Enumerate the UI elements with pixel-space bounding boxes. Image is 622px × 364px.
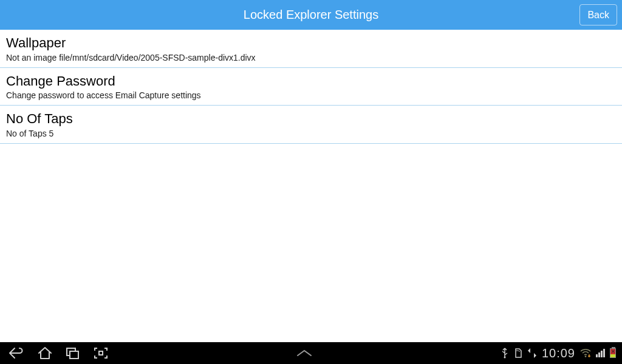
- nav-left-group: [0, 347, 108, 359]
- clock-text: 10:09: [542, 346, 575, 360]
- nav-right-group: 10:09 ✕: [501, 346, 622, 360]
- home-icon[interactable]: [38, 347, 52, 359]
- settings-item-subtitle: Change password to access Email Capture …: [6, 90, 616, 100]
- settings-item-change-password[interactable]: Change Password Change password to acces…: [0, 68, 622, 106]
- svg-point-3: [504, 357, 505, 359]
- settings-item-title: Wallpaper: [6, 35, 616, 52]
- app-header: Locked Explorer Settings Back: [0, 0, 622, 30]
- settings-item-subtitle: No of Taps 5: [6, 129, 616, 138]
- settings-item-subtitle: Not an image file/mnt/sdcard/Video/2005-…: [6, 53, 616, 62]
- settings-item-no-of-taps[interactable]: No Of Taps No of Taps 5: [0, 106, 622, 144]
- page-title: Locked Explorer Settings: [244, 8, 378, 22]
- sync-icon: [527, 348, 537, 359]
- back-icon[interactable]: [9, 347, 24, 359]
- svg-rect-2: [99, 351, 103, 355]
- screenshot-icon[interactable]: [94, 347, 108, 359]
- settings-list: Wallpaper Not an image file/mnt/sdcard/V…: [0, 30, 622, 144]
- wifi-icon: [580, 348, 591, 358]
- back-button[interactable]: Back: [579, 4, 617, 25]
- settings-item-title: Change Password: [6, 73, 616, 90]
- svg-point-4: [585, 356, 587, 357]
- battery-icon: ✕: [610, 348, 616, 358]
- signal-icon: [596, 349, 605, 357]
- expand-up-icon[interactable]: [296, 349, 313, 357]
- settings-item-title: No Of Taps: [6, 110, 616, 127]
- svg-rect-1: [70, 351, 78, 359]
- settings-item-wallpaper[interactable]: Wallpaper Not an image file/mnt/sdcard/V…: [0, 30, 622, 68]
- back-button-label: Back: [587, 10, 609, 21]
- recent-apps-icon[interactable]: [66, 347, 80, 359]
- system-nav-bar: 10:09 ✕: [0, 342, 622, 364]
- usb-icon: [501, 348, 509, 359]
- sdcard-icon: [514, 348, 522, 359]
- nav-center-group: [108, 349, 501, 357]
